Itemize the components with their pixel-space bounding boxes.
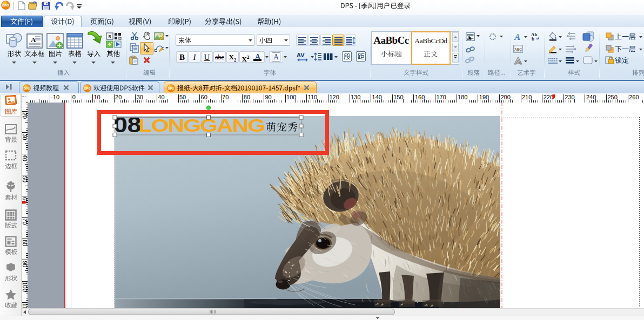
svg-text:200: 200 [500, 94, 510, 100]
svg-text:40: 40 [158, 94, 164, 100]
svg-text:DPS: DPS [2, 3, 9, 7]
svg-text:0: 0 [72, 94, 76, 100]
svg-text:180: 180 [458, 94, 467, 100]
svg-text:60: 60 [201, 94, 207, 100]
svg-text:-10: -10 [51, 94, 59, 100]
svg-text:20: 20 [115, 94, 122, 100]
svg-text:AV: AV [297, 52, 305, 58]
svg-text:10: 10 [93, 94, 100, 100]
svg-text:160: 160 [415, 94, 425, 100]
svg-text:30: 30 [137, 94, 143, 100]
svg-text:120: 120 [329, 94, 339, 100]
svg-text:20: 20 [22, 112, 28, 119]
svg-text:240: 240 [586, 94, 596, 100]
svg-text:70: 70 [22, 219, 28, 225]
svg-text:DPS: DPS [168, 87, 175, 90]
svg-text:100: 100 [286, 94, 296, 100]
svg-text:ABC: ABC [514, 47, 522, 51]
svg-text:90: 90 [22, 261, 28, 267]
svg-text:DPS: DPS [24, 87, 30, 90]
svg-text:30: 30 [22, 133, 28, 140]
svg-text:170: 170 [437, 94, 446, 100]
svg-text:230: 230 [565, 94, 574, 100]
svg-text:190: 190 [479, 94, 489, 100]
svg-text:DPS: DPS [84, 87, 91, 90]
svg-text:150: 150 [393, 94, 403, 100]
svg-text:260: 260 [629, 94, 639, 100]
svg-text:A: A [514, 32, 520, 41]
svg-text:40: 40 [22, 155, 28, 161]
svg-text:50: 50 [22, 176, 28, 182]
svg-text:80: 80 [22, 240, 28, 246]
svg-text:50: 50 [179, 94, 186, 100]
svg-text:b: b [532, 36, 534, 41]
svg-text:250: 250 [608, 94, 618, 100]
svg-text:5: 5 [108, 34, 111, 39]
svg-text:100: 100 [22, 282, 28, 292]
svg-text:210: 210 [522, 94, 532, 100]
svg-text:140: 140 [372, 94, 382, 100]
svg-text:110: 110 [308, 94, 318, 100]
svg-text:70: 70 [222, 94, 229, 100]
svg-text:130: 130 [351, 94, 360, 100]
svg-text:80: 80 [244, 94, 250, 100]
svg-text:90: 90 [265, 94, 272, 100]
svg-text:220: 220 [544, 94, 553, 100]
